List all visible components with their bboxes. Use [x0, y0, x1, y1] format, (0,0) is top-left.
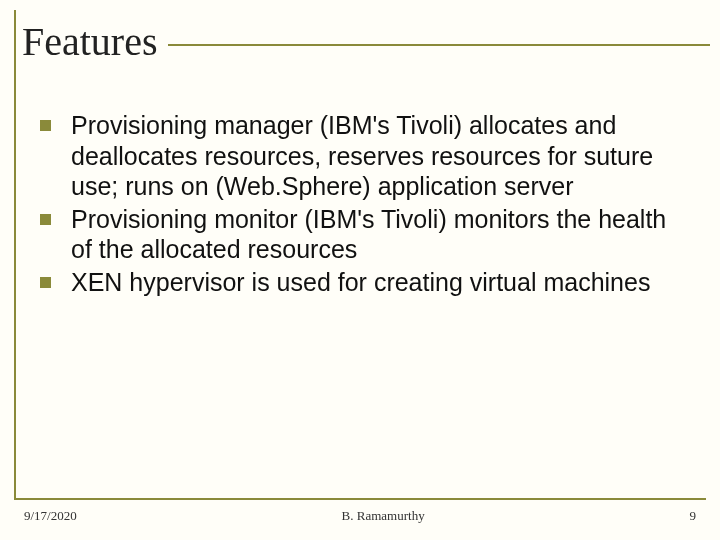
slide-title: Features [22, 18, 168, 65]
footer-date: 9/17/2020 [24, 508, 77, 524]
title-rule [168, 44, 710, 46]
slide-footer: 9/17/2020 B. Ramamurthy 9 [24, 508, 696, 524]
list-item: XEN hypervisor is used for creating virt… [40, 267, 680, 298]
footer-author: B. Ramamurthy [342, 508, 425, 524]
footer-page-number: 9 [690, 508, 697, 524]
bullet-text: Provisioning monitor (IBM's Tivoli) moni… [71, 204, 680, 265]
square-bullet-icon [40, 214, 51, 225]
bullet-list: Provisioning manager (IBM's Tivoli) allo… [40, 110, 680, 299]
title-row: Features [22, 18, 710, 65]
square-bullet-icon [40, 120, 51, 131]
square-bullet-icon [40, 277, 51, 288]
bullet-text: XEN hypervisor is used for creating virt… [71, 267, 650, 298]
bullet-text: Provisioning manager (IBM's Tivoli) allo… [71, 110, 680, 202]
list-item: Provisioning manager (IBM's Tivoli) allo… [40, 110, 680, 202]
list-item: Provisioning monitor (IBM's Tivoli) moni… [40, 204, 680, 265]
